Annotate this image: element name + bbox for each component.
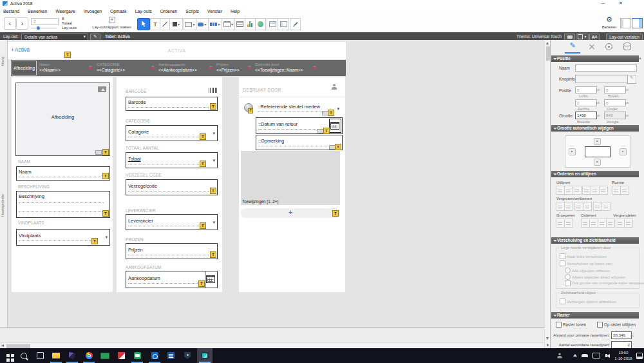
menu-layouts[interactable]: Lay-outs bbox=[135, 9, 152, 14]
field-verzegelcode[interactable]: Verzegelcode T bbox=[126, 179, 218, 195]
bring-forward-button[interactable] bbox=[581, 219, 590, 228]
guides-button[interactable]: ▾ bbox=[576, 34, 589, 41]
chart-tool[interactable] bbox=[245, 18, 256, 30]
snap-grid-checkbox[interactable] bbox=[597, 322, 603, 328]
new-layout-button[interactable]: Lay-out/rapport maken bbox=[84, 25, 139, 29]
align-left-button[interactable] bbox=[556, 186, 565, 195]
resize-largest-width-button[interactable] bbox=[574, 202, 583, 211]
header-col-label[interactable]: CATEGORIE bbox=[97, 62, 120, 66]
new-layout-plus-icon[interactable]: + bbox=[109, 17, 115, 23]
menu-scripts[interactable]: Scripts bbox=[185, 9, 199, 14]
layout-selector[interactable]: Details van activa ▾ bbox=[21, 34, 88, 41]
right-panel-toggle[interactable] bbox=[632, 18, 643, 28]
resize-width-height-button[interactable] bbox=[593, 202, 602, 211]
menu-ordenen[interactable]: Ordenen bbox=[160, 9, 177, 14]
section-header-grid[interactable]: Raster bbox=[551, 312, 639, 319]
minimize-button[interactable]: – bbox=[596, 0, 610, 7]
resize-both-button[interactable] bbox=[601, 202, 611, 211]
position-right-input[interactable]: 0 bbox=[575, 99, 597, 106]
layout-slider-thumb[interactable] bbox=[37, 26, 40, 30]
show-grid-checkbox[interactable] bbox=[556, 322, 562, 328]
group-button[interactable] bbox=[556, 219, 565, 228]
task-view-button[interactable] bbox=[32, 348, 48, 363]
header-col-value[interactable]: <<Catagorie>> bbox=[97, 68, 125, 72]
field-aankoopdatum[interactable]: Aankoopdatum T bbox=[126, 271, 218, 288]
field-datum-van-retour[interactable]: ::Datum van retour T bbox=[256, 117, 343, 134]
format-painter-tool[interactable] bbox=[290, 18, 301, 30]
menu-opmaak[interactable]: Opmaak bbox=[110, 9, 127, 14]
people-tray-icon[interactable] bbox=[554, 348, 565, 363]
field-naam[interactable]: Naam T bbox=[16, 166, 110, 181]
header-col-value[interactable]: <<Aankoopdatum>> bbox=[158, 68, 197, 72]
field-categorie[interactable]: Catagorie ▾ T bbox=[126, 125, 218, 141]
anchor-bottom-button[interactable] bbox=[594, 159, 601, 166]
tray-chevron-up-icon[interactable] bbox=[573, 354, 577, 357]
tab-control-tool[interactable]: ▾ bbox=[222, 18, 235, 30]
edit-layout-button[interactable]: ✎ bbox=[90, 34, 100, 41]
resize-enclosing-checkbox[interactable] bbox=[565, 280, 571, 286]
anchor-top-button[interactable] bbox=[594, 138, 601, 145]
add-record-button[interactable]: + T bbox=[241, 208, 340, 218]
horizontal-scrollbar[interactable] bbox=[0, 342, 544, 348]
sort-icon[interactable] bbox=[89, 66, 92, 69]
sort-icon[interactable] bbox=[313, 66, 316, 69]
clock[interactable]: 19:50 1-10-2018 bbox=[612, 348, 635, 363]
section-header-positie[interactable]: Positie bbox=[551, 55, 639, 62]
field-opmerking[interactable]: ::Opmerking T bbox=[256, 135, 343, 150]
outlook-button[interactable] bbox=[147, 348, 162, 363]
pointer-tool[interactable] bbox=[137, 18, 150, 30]
volume-icon[interactable] bbox=[602, 348, 611, 363]
align-right-button[interactable] bbox=[573, 186, 582, 195]
section-header-sliding[interactable]: Verschuiving en zichtbaarheid bbox=[551, 237, 639, 244]
space-horizontal-button[interactable] bbox=[612, 186, 621, 195]
lock-button[interactable] bbox=[616, 219, 625, 228]
scroll-right-icon[interactable] bbox=[547, 344, 549, 346]
font-size-button[interactable]: AA bbox=[589, 34, 600, 41]
align-center-button[interactable] bbox=[564, 186, 573, 195]
tab-position[interactable]: ✎ bbox=[566, 41, 579, 53]
section-header-autosize[interactable]: Grootte automatisch wijzigen bbox=[551, 125, 639, 132]
part-tab-navigation[interactable]: Navig. bbox=[1, 44, 6, 66]
field-leverancier[interactable]: Leverancier ▾ T bbox=[126, 214, 218, 230]
header-col-label[interactable]: Gebruikt door bbox=[255, 62, 279, 66]
header-col-value[interactable]: <<Toewijzingen::Naam>> bbox=[255, 68, 303, 72]
menu-bestand[interactable]: Bestand bbox=[3, 9, 19, 14]
tooltip-input[interactable] bbox=[575, 75, 629, 83]
forward-button[interactable]: › bbox=[16, 17, 28, 30]
display-icon[interactable] bbox=[591, 348, 601, 363]
header-col-label[interactable]: Naam bbox=[39, 62, 50, 66]
kaspersky-button[interactable] bbox=[113, 348, 129, 363]
resize-largest-height-button[interactable] bbox=[583, 202, 592, 211]
resize-smallest-height-button[interactable] bbox=[564, 202, 573, 211]
align-middle-button[interactable] bbox=[591, 186, 600, 195]
width-input[interactable]: 1438 bbox=[575, 112, 597, 119]
slide-left-checkbox[interactable] bbox=[560, 253, 565, 259]
field-barcode[interactable]: Barcode T bbox=[126, 97, 218, 111]
portal-toewijzingen[interactable]: Toewijzingen [1..2+] bbox=[241, 151, 340, 205]
align-bottom-button[interactable] bbox=[599, 186, 608, 195]
search-button[interactable] bbox=[16, 348, 32, 363]
header-image-cell[interactable]: Afbeelding bbox=[12, 61, 37, 75]
start-button[interactable] bbox=[0, 348, 15, 363]
image-container-field[interactable]: Afbeelding T bbox=[15, 83, 110, 156]
hide-print-checkbox[interactable] bbox=[560, 299, 565, 304]
back-button[interactable]: ‹ bbox=[4, 17, 16, 30]
vscroll-thumb[interactable] bbox=[546, 46, 550, 61]
tab-styles[interactable] bbox=[605, 43, 614, 52]
layout-number-input[interactable]: 2 bbox=[31, 18, 59, 25]
field-beschrijving[interactable]: Beschrijving T bbox=[16, 191, 110, 218]
button-tool[interactable]: ▾ bbox=[196, 18, 209, 30]
hscroll-thumb[interactable] bbox=[6, 344, 30, 348]
chrome-button[interactable] bbox=[81, 348, 97, 363]
layout-slider-track[interactable] bbox=[31, 28, 57, 28]
sort-icon[interactable] bbox=[209, 66, 213, 69]
left-panel-toggle[interactable] bbox=[620, 18, 631, 28]
portal-tool[interactable] bbox=[234, 18, 245, 30]
exit-layout-button[interactable]: Lay-out verlaten bbox=[606, 34, 643, 41]
header-col-label[interactable]: Prijzen bbox=[216, 62, 229, 66]
resize-smallest-width-button[interactable] bbox=[556, 202, 565, 211]
send-backward-button[interactable] bbox=[598, 219, 607, 228]
anchor-right-button[interactable] bbox=[620, 148, 627, 155]
all-objects-radio[interactable] bbox=[565, 268, 571, 273]
app-card-button[interactable] bbox=[97, 348, 113, 363]
